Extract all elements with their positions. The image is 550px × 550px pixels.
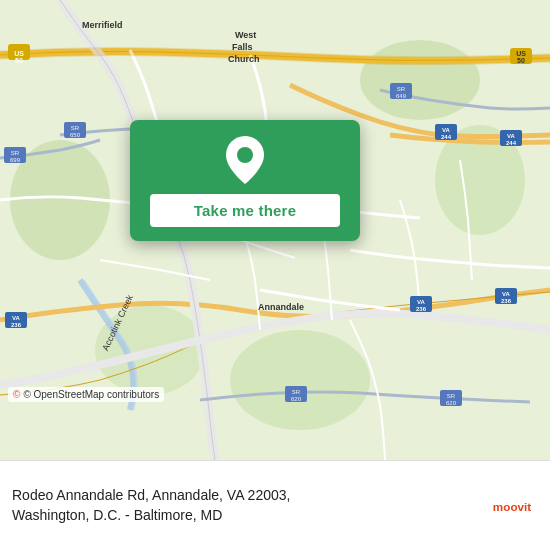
svg-text:244: 244 [441, 134, 452, 140]
svg-point-48 [237, 147, 253, 163]
svg-text:650: 650 [70, 132, 81, 138]
svg-text:236: 236 [416, 306, 427, 312]
svg-text:VA: VA [502, 291, 511, 297]
take-me-there-button[interactable]: Take me there [150, 194, 340, 227]
svg-text:649: 649 [396, 93, 407, 99]
svg-text:236: 236 [11, 322, 22, 328]
svg-text:SR: SR [447, 393, 456, 399]
location-pin-icon [226, 136, 264, 184]
address-block: Rodeo Annandale Rd, Annandale, VA 22003,… [12, 486, 474, 525]
bottom-bar: Rodeo Annandale Rd, Annandale, VA 22003,… [0, 460, 550, 550]
svg-text:244: 244 [506, 140, 517, 146]
svg-text:620: 620 [446, 400, 457, 406]
svg-text:VA: VA [417, 299, 426, 305]
svg-text:West: West [235, 30, 256, 40]
map-container: Merrifield West Falls Church Annandale A… [0, 0, 550, 460]
osm-credit-text: © OpenStreetMap contributors [23, 389, 159, 400]
address-line1: Rodeo Annandale Rd, Annandale, VA 22003, [12, 486, 474, 506]
svg-text:Church: Church [228, 54, 260, 64]
osm-icon: © [13, 389, 20, 400]
svg-text:Falls: Falls [232, 42, 253, 52]
osm-credit: © © OpenStreetMap contributors [8, 387, 164, 402]
svg-text:moovit: moovit [493, 500, 531, 513]
svg-text:699: 699 [10, 157, 21, 163]
svg-text:620: 620 [291, 396, 302, 402]
svg-text:US: US [14, 50, 24, 57]
svg-text:SR: SR [292, 389, 301, 395]
svg-text:VA: VA [12, 315, 21, 321]
moovit-logo: moovit [486, 490, 538, 522]
svg-text:SR: SR [397, 86, 406, 92]
svg-text:50: 50 [517, 57, 525, 64]
svg-point-4 [230, 330, 370, 430]
address-line2: Washington, D.C. - Baltimore, MD [12, 506, 474, 526]
svg-text:VA: VA [507, 133, 516, 139]
svg-text:236: 236 [501, 298, 512, 304]
svg-point-1 [360, 40, 480, 120]
svg-text:Merrifield: Merrifield [82, 20, 123, 30]
svg-text:Annandale: Annandale [258, 302, 304, 312]
svg-text:US: US [516, 50, 526, 57]
svg-text:SR: SR [71, 125, 80, 131]
svg-text:VA: VA [442, 127, 451, 133]
svg-text:SR: SR [11, 150, 20, 156]
svg-text:50: 50 [15, 57, 23, 64]
location-overlay-card: Take me there [130, 120, 360, 241]
